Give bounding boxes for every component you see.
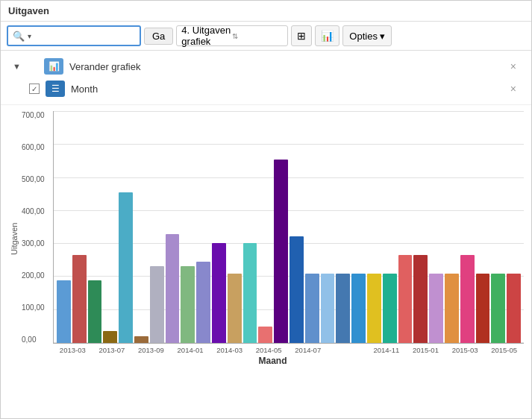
opties-chevron-icon: ▾ (380, 31, 385, 42)
opties-label: Opties (349, 31, 378, 42)
bar (491, 274, 505, 343)
x-axis-title: Maand (22, 356, 524, 366)
search-icon: 🔍 (13, 31, 25, 42)
bar (383, 274, 397, 343)
row-close-button[interactable]: × (507, 60, 519, 72)
bar (228, 274, 242, 343)
x-label: 2015-01 (406, 346, 445, 354)
window-title: Uitgaven (8, 5, 49, 16)
x-label: 2013-03 (53, 346, 93, 354)
bar (212, 243, 226, 343)
bar (351, 274, 366, 343)
bar (460, 255, 475, 343)
x-label: 2014-11 (367, 346, 407, 354)
bar (258, 327, 272, 343)
chart-plot (53, 111, 524, 344)
bar (305, 274, 319, 343)
bar (336, 274, 350, 343)
chart-selector-value: 4. Uitgaven grafiek (181, 25, 232, 47)
bars-container (54, 111, 524, 343)
bar (290, 236, 304, 343)
bar (445, 274, 459, 343)
bar (134, 336, 148, 343)
search-chevron-icon: ▾ (28, 32, 31, 40)
toolbar: 🔍 ▾ Ga 4. Uitgaven grafiek ⇅ ⊞ 📊 Opties … (1, 22, 531, 51)
dropdown-updown-icon: ⇅ (232, 32, 283, 40)
y-label: 400,00 (22, 207, 53, 215)
list-icon: ☰ (51, 84, 60, 94)
x-label: 2014-07 (288, 346, 328, 354)
x-label: 2015-03 (445, 346, 485, 354)
bar (196, 262, 210, 343)
bar-chart-icon: 📊 (321, 30, 334, 42)
title-bar: Uitgaven (1, 1, 531, 22)
bar (103, 331, 117, 343)
y-label: 300,00 (22, 239, 53, 248)
table-icon: ⊞ (297, 30, 306, 42)
y-label: 700,00 (22, 111, 53, 119)
chart-row-icon: 📊 (44, 58, 63, 75)
bar (367, 274, 381, 343)
chart-area: Uitgaven 0,00 100,00 200,00 300,00 400,0… (1, 105, 531, 366)
list-item: ✓ ☰ Month × (8, 78, 524, 100)
bar (476, 274, 490, 343)
bar (507, 274, 521, 343)
y-label: 100,00 (22, 303, 53, 312)
bar (181, 266, 195, 343)
rows-area: ▼ 📊 Verander grafiek × ✓ ☰ Month × (1, 51, 531, 105)
bar (413, 255, 428, 343)
x-axis-labels: 2013-03 2013-07 2013-09 2014-01 2014-03 … (22, 346, 524, 354)
x-label: 2015-05 (484, 346, 524, 354)
list-item: ▼ 📊 Verander grafiek × (8, 55, 524, 78)
chart-selector-dropdown[interactable]: 4. Uitgaven grafiek ⇅ (176, 25, 288, 46)
x-label: 2014-05 (249, 346, 289, 354)
bar (243, 243, 257, 343)
chart-plot-wrapper: 0,00 100,00 200,00 300,00 400,00 500,00 … (22, 111, 524, 344)
y-axis-label: Uitgaven (8, 111, 20, 366)
checkbox-check-icon: ✓ (31, 85, 37, 93)
main-window: Uitgaven 🔍 ▾ Ga 4. Uitgaven grafiek ⇅ ⊞ … (0, 0, 532, 419)
y-label: 200,00 (22, 271, 53, 280)
bar-chart-small-icon: 📊 (48, 61, 60, 72)
chart-container: Uitgaven 0,00 100,00 200,00 300,00 400,0… (8, 111, 524, 366)
x-label (328, 346, 367, 354)
bar (150, 266, 164, 343)
y-label: 500,00 (22, 175, 53, 183)
bar (274, 160, 288, 343)
y-label: 600,00 (22, 143, 53, 151)
x-label: 2013-07 (93, 346, 132, 354)
opties-button[interactable]: Opties ▾ (342, 25, 392, 46)
bar (119, 192, 133, 343)
y-label: 0,00 (22, 335, 53, 344)
bar (429, 274, 443, 343)
chart-view-button[interactable]: 📊 (315, 25, 339, 46)
expand-arrow-icon[interactable]: ▼ (13, 62, 22, 71)
row-checkbox[interactable]: ✓ (29, 84, 40, 94)
bar (57, 280, 71, 343)
go-button[interactable]: Ga (144, 28, 173, 45)
x-label: 2014-03 (210, 346, 249, 354)
x-label: 2014-01 (171, 346, 210, 354)
bar (398, 255, 413, 343)
bar (88, 280, 102, 343)
row-close-button[interactable]: × (507, 83, 519, 95)
month-row-icon: ☰ (46, 81, 65, 97)
bar (321, 274, 335, 343)
x-label: 2013-09 (131, 346, 171, 354)
table-view-button[interactable]: ⊞ (291, 25, 312, 46)
bar (166, 234, 180, 343)
row-label: Month (71, 84, 501, 95)
search-box[interactable]: 🔍 ▾ (7, 25, 141, 46)
y-labels: 0,00 100,00 200,00 300,00 400,00 500,00 … (22, 111, 53, 344)
row-label: Verander grafiek (69, 61, 501, 72)
chart-inner: 0,00 100,00 200,00 300,00 400,00 500,00 … (22, 111, 524, 366)
bar (72, 255, 87, 343)
